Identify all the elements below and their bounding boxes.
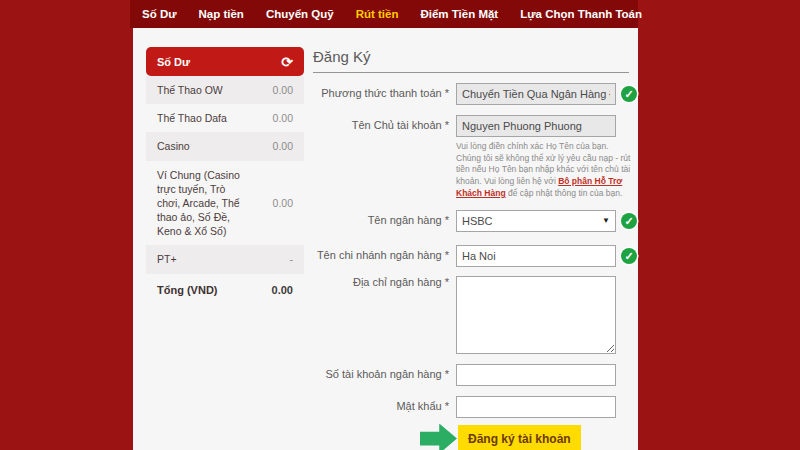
payment-method-input — [456, 83, 616, 105]
field-row-payment-method: Phương thức thanh toán * ✓ — [313, 83, 635, 105]
balance-value: 0.00 — [273, 84, 293, 96]
payment-method-label: Phương thức thanh toán * — [313, 87, 456, 100]
balance-label: Ví Chung (Casino trực tuyến, Trò chơi, A… — [157, 168, 243, 239]
total-label: Tổng (VND) — [157, 283, 217, 298]
register-account-button[interactable]: Đăng ký tài khoản — [458, 425, 581, 450]
password-label: Mật khẩu * — [313, 400, 456, 413]
balance-row-casino: Casino 0.00 — [146, 132, 304, 160]
account-name-label: Tên Chủ tài khoản * — [313, 119, 456, 132]
balance-label: Thế Thao Dafa — [157, 111, 227, 125]
balance-row-pt-plus: PT+ - — [146, 245, 304, 273]
balance-value: - — [290, 253, 294, 265]
chevron-down-icon: ▼ — [602, 216, 610, 225]
bank-name-selected-value: HSBC — [462, 215, 493, 227]
field-row-password: Mật khẩu * — [313, 396, 635, 418]
total-value: 0.00 — [272, 284, 293, 296]
refresh-icon[interactable]: ⟳ — [281, 55, 293, 69]
account-name-help-text: Vui lòng điền chính xác Họ Tên của bạn. … — [456, 141, 632, 200]
branch-name-label: Tên chi nhánh ngân hàng * — [313, 249, 456, 262]
nav-item-nap-tien[interactable]: Nạp tiền — [199, 8, 244, 20]
register-form: Đăng Ký Phương thức thanh toán * ✓ Tên C… — [313, 28, 635, 450]
bank-name-label: Tên ngân hàng * — [313, 214, 456, 227]
help-text-after: để cập nhật thông tin của bạn. — [506, 188, 623, 198]
password-input[interactable] — [456, 396, 616, 418]
field-row-bank-address: Địa chỉ ngân hàng * — [313, 276, 635, 354]
page-title: Đăng Ký — [313, 48, 629, 73]
balance-value: 0.00 — [273, 197, 293, 209]
field-row-account-number: Số tài khoản ngân hàng * — [313, 364, 635, 386]
check-icon: ✓ — [621, 213, 637, 229]
balance-value: 0.00 — [273, 112, 293, 124]
balance-sidebar: Số Dư ⟳ Thế Thao OW 0.00 Thế Thao Dafa 0… — [146, 47, 304, 306]
balance-value: 0.00 — [273, 140, 293, 152]
balance-total-row: Tổng (VND) 0.00 — [146, 274, 304, 307]
account-number-label: Số tài khoản ngân hàng * — [313, 368, 456, 381]
account-name-input — [456, 115, 616, 137]
balance-label: Thế Thao OW — [157, 83, 223, 97]
submit-row: Đăng ký tài khoản — [420, 424, 635, 450]
check-icon: ✓ — [621, 248, 637, 264]
account-number-input[interactable] — [456, 364, 616, 386]
nav-item-so-du[interactable]: Số Dư — [142, 8, 177, 20]
branch-name-input[interactable] — [456, 245, 616, 267]
top-navbar: Số Dư Nạp tiền Chuyển Quỹ Rút tiền Điểm … — [130, 0, 638, 28]
check-icon: ✓ — [621, 86, 637, 102]
nav-item-lua-chon-thanh-toan[interactable]: Lựa Chọn Thanh Toán — [520, 8, 642, 20]
sidebar-header-balance[interactable]: Số Dư ⟳ — [146, 47, 304, 76]
nav-item-rut-tien[interactable]: Rút tiền — [356, 8, 399, 20]
sidebar-header-title: Số Dư — [157, 56, 190, 68]
field-row-account-name: Tên Chủ tài khoản * — [313, 115, 635, 137]
bank-address-label: Địa chỉ ngân hàng * — [313, 276, 456, 289]
nav-item-chuyen-quy[interactable]: Chuyển Quỹ — [266, 8, 334, 20]
balance-row-the-thao-ow: Thế Thao OW 0.00 — [146, 76, 304, 104]
bank-name-select[interactable]: HSBC ▼ — [456, 210, 616, 232]
balance-row-the-thao-dafa: Thế Thao Dafa 0.00 — [146, 104, 304, 132]
balance-label: PT+ — [157, 252, 177, 266]
bank-address-textarea[interactable] — [456, 276, 616, 354]
balance-row-vi-chung: Ví Chung (Casino trực tuyến, Trò chơi, A… — [146, 161, 304, 246]
nav-item-diem-tien-mat[interactable]: Điểm Tiền Mặt — [420, 8, 498, 20]
field-row-bank-name: Tên ngân hàng * HSBC ▼ ✓ — [313, 210, 635, 232]
balance-label: Casino — [157, 139, 190, 153]
field-row-branch-name: Tên chi nhánh ngân hàng * ✓ — [313, 245, 635, 267]
content-panel: Số Dư ⟳ Thế Thao OW 0.00 Thế Thao Dafa 0… — [133, 28, 638, 450]
pointer-arrow-icon — [420, 424, 457, 450]
